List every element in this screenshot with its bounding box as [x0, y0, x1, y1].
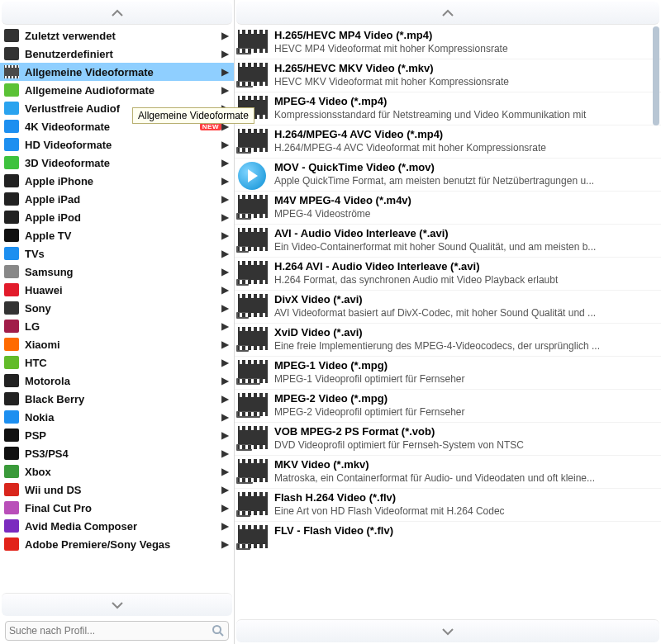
format-item[interactable]: VOBVOB MPEG-2 PS Format (*.vob)DVD Video…	[235, 422, 661, 455]
category-item[interactable]: Apple iPad▶	[0, 190, 234, 208]
chevron-right-icon: ▶	[221, 375, 229, 386]
category-label: Zuletzt verwendet	[25, 30, 221, 42]
adobe-icon	[3, 537, 20, 552]
chevron-right-icon: ▶	[221, 175, 229, 187]
film-icon: VOB	[238, 426, 268, 452]
note-icon	[3, 101, 20, 116]
category-item[interactable]: Final Cut Pro▶	[0, 499, 234, 517]
category-item[interactable]: HD Videoformate▶	[0, 135, 234, 154]
format-item[interactable]: MP4H.265/HEVC MP4 Video (*.mp4)HEVC MP4 …	[235, 26, 661, 59]
format-item[interactable]: AVCH.264/MPEG-4 AVC Video (*.mp4)H.264/M…	[235, 125, 661, 158]
format-title: H.265/HEVC MP4 Video (*.mp4)	[274, 28, 656, 43]
film-icon: MKV	[238, 459, 268, 485]
category-label: Apple iPod	[25, 211, 221, 224]
category-item[interactable]: Zuletzt verwendet▶	[0, 26, 234, 45]
chevron-right-icon: ▶	[221, 248, 229, 259]
format-item[interactable]: M4VM4V MPEG-4 Video (*.m4v)MPEG-4 Videos…	[235, 191, 661, 224]
category-item[interactable]: Adobe Premiere/Sony Vegas▶	[0, 535, 234, 553]
clock-icon	[3, 28, 20, 43]
film-icon: MPEG1	[238, 360, 268, 386]
format-scroll-down[interactable]	[236, 619, 659, 642]
format-title: MPEG-4 Video (*.mp4)	[274, 94, 656, 109]
chevron-right-icon: ▶	[221, 66, 229, 78]
category-item[interactable]: TVs▶	[0, 244, 234, 263]
category-item[interactable]: 3D Videoformate▶	[0, 154, 234, 172]
chevron-right-icon: ▶	[221, 284, 229, 296]
format-list[interactable]: MP4H.265/HEVC MP4 Video (*.mp4)HEVC MP4 …	[235, 26, 661, 618]
format-tag: FLV	[236, 510, 250, 517]
svg-line-1	[220, 632, 223, 636]
motorola-icon	[3, 373, 20, 388]
gear-icon	[3, 46, 20, 61]
category-item[interactable]: PSP▶	[0, 426, 234, 444]
format-item[interactable]: AVIXviD Video (*.avi)Eine freie Implemen…	[235, 323, 661, 356]
category-item[interactable]: PS3/PS4▶	[0, 444, 234, 462]
format-scroll-up[interactable]	[236, 2, 659, 25]
category-item[interactable]: Nokia▶	[0, 408, 234, 426]
category-label: Allgemeine Audioformate	[25, 84, 221, 97]
category-item[interactable]: Huawei▶	[0, 281, 234, 299]
format-title: XviD Video (*.avi)	[274, 325, 656, 340]
format-item[interactable]: AVIH.264 AVI - Audio Video Interleave (*…	[235, 257, 661, 290]
category-item[interactable]: Avid Media Composer▶	[0, 517, 234, 535]
category-item[interactable]: Apple TV▶	[0, 226, 234, 244]
chevron-right-icon: ▶	[221, 484, 229, 495]
category-item[interactable]: Allgemeine Audioformate▶	[0, 81, 234, 99]
category-scroll-up[interactable]	[2, 2, 232, 25]
format-item[interactable]: FLVFlash H.264 Video (*.flv)Eine Art von…	[235, 488, 661, 521]
category-item[interactable]: Apple iPhone▶	[0, 172, 234, 190]
category-item[interactable]: LG▶	[0, 317, 234, 335]
film-icon: MKV	[238, 63, 268, 89]
category-label: HD Videoformate	[25, 139, 221, 151]
category-item[interactable]: Sony▶	[0, 299, 234, 317]
format-item[interactable]: MKVH.265/HEVC MKV Video (*.mkv)HEVC MKV …	[235, 59, 661, 92]
fcp-icon	[3, 500, 20, 515]
category-item[interactable]: Wii und DS▶	[0, 481, 234, 499]
category-label: PSP	[25, 429, 221, 442]
format-title: FLV - Flash Video (*.flv)	[274, 523, 656, 538]
scrollbar-thumb[interactable]	[653, 26, 659, 125]
film-icon: AVC	[238, 129, 268, 155]
format-title: DivX Video (*.avi)	[274, 292, 656, 307]
profile-search[interactable]	[5, 621, 229, 641]
psp-icon	[3, 428, 20, 443]
category-item[interactable]: Benutzerdefiniert▶	[0, 45, 234, 63]
category-label: Huawei	[25, 284, 221, 296]
music-icon	[3, 83, 20, 97]
format-item[interactable]: FLVFLV - Flash Video (*.flv)	[235, 521, 661, 554]
search-input[interactable]	[9, 625, 212, 637]
category-item[interactable]: Samsung▶	[0, 263, 234, 281]
format-item[interactable]: MKVMKV Video (*.mkv)Matroska, ein Contai…	[235, 455, 661, 488]
category-item[interactable]: Black Berry▶	[0, 390, 234, 408]
format-tag: VOB	[236, 444, 252, 451]
category-item[interactable]: Motorola▶	[0, 372, 234, 390]
format-item[interactable]: AVIAVI - Audio Video Interleave (*.avi)E…	[235, 224, 661, 257]
category-scroll-down[interactable]	[2, 593, 232, 616]
format-title: MPEG-2 Video (*.mpg)	[274, 391, 656, 406]
format-desc: Matroska, ein Containerformat für Audio-…	[274, 472, 656, 485]
chevron-right-icon: ▶	[221, 357, 229, 368]
blackberry-icon	[3, 391, 20, 406]
category-item[interactable]: HTC▶	[0, 353, 234, 372]
chevron-right-icon: ▶	[221, 193, 229, 205]
lg-icon	[3, 319, 20, 334]
category-label: Xiaomi	[25, 339, 221, 351]
category-item[interactable]: Apple iPod▶	[0, 208, 234, 226]
category-label: Avid Media Composer	[25, 520, 221, 533]
format-item[interactable]: AVIDivX Video (*.avi)AVI Videoformat bas…	[235, 290, 661, 323]
category-label: Allgemeine Videoformate	[25, 66, 221, 78]
format-item[interactable]: MP4MPEG-4 Video (*.mp4)Kompressionsstand…	[235, 92, 661, 125]
category-item[interactable]: Xbox▶	[0, 462, 234, 481]
format-tag: AVI	[236, 312, 249, 319]
category-tooltip: Allgemeine Videoformate	[132, 107, 254, 124]
format-tag: MKV	[236, 81, 253, 88]
format-title: H.264 AVI - Audio Video Interleave (*.av…	[274, 259, 656, 274]
chevron-down-icon	[441, 627, 454, 636]
category-item[interactable]: Allgemeine Videoformate▶	[0, 63, 234, 81]
format-item[interactable]: MOV - QuickTime Video (*.mov)Apple Quick…	[235, 158, 661, 191]
category-label: Final Cut Pro	[25, 502, 221, 514]
category-label: Samsung	[25, 266, 221, 278]
category-item[interactable]: Xiaomi▶	[0, 335, 234, 353]
format-item[interactable]: MPEG1MPEG-1 Video (*.mpg)MPEG-1 Videopro…	[235, 356, 661, 389]
format-item[interactable]: MPEG2MPEG-2 Video (*.mpg)MPEG-2 Videopro…	[235, 389, 661, 422]
